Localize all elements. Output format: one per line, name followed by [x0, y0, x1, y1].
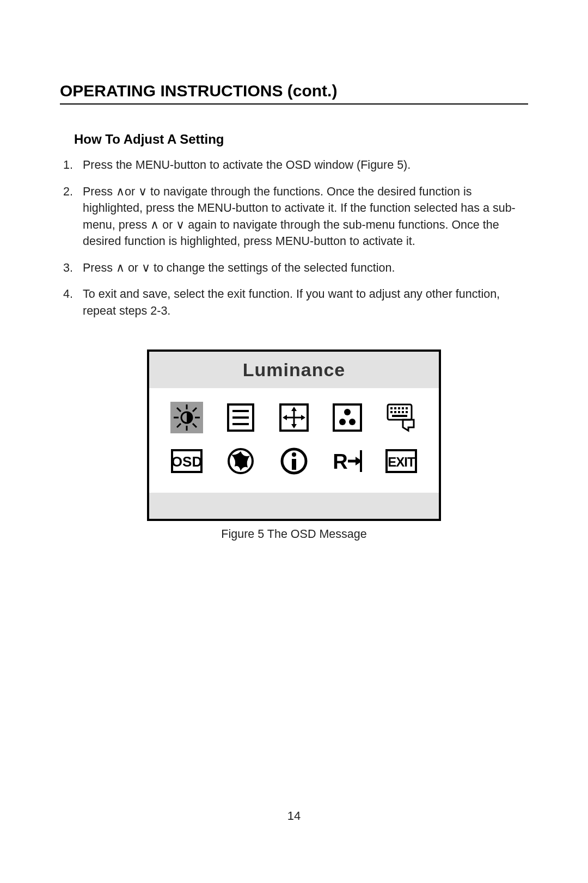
step-number: 1.: [63, 157, 83, 174]
svg-rect-26: [390, 407, 393, 409]
step-number: 2.: [63, 183, 83, 250]
step-number: 3.: [63, 260, 83, 277]
svg-rect-32: [394, 411, 396, 413]
osd-footer-bar: [149, 493, 439, 519]
svg-text:OSD: OSD: [171, 453, 202, 470]
step-item: 3. Press ∧ or ∨ to change the settings o…: [63, 260, 528, 277]
svg-point-24: [349, 419, 356, 425]
osd-icon-grid: OSD: [149, 388, 439, 493]
osd-text-icon: OSD: [170, 445, 204, 477]
step-text: To exit and save, select the exit functi…: [83, 286, 528, 319]
move-icon: [277, 401, 311, 434]
svg-point-23: [339, 419, 346, 425]
svg-point-41: [292, 452, 296, 457]
page-number: 14: [0, 809, 588, 823]
exit-text-icon: EXIT: [384, 445, 418, 477]
svg-rect-36: [392, 415, 407, 417]
figure-container: Luminance: [60, 349, 528, 541]
svg-point-22: [344, 409, 351, 415]
svg-rect-30: [406, 407, 408, 409]
color-dots-icon: [330, 401, 364, 434]
step-item: 2. Press ∧or ∨ to navigate through the f…: [63, 183, 528, 250]
svg-rect-35: [406, 411, 408, 413]
osd-window: Luminance: [147, 349, 441, 521]
svg-rect-33: [398, 411, 400, 413]
luminance-icon: [170, 401, 204, 434]
step-item: 4. To exit and save, select the exit fun…: [63, 286, 528, 319]
keyboard-drop-icon: [384, 401, 418, 434]
info-icon: [277, 445, 311, 477]
svg-rect-31: [390, 411, 393, 413]
osd-title-bar: Luminance: [149, 352, 439, 388]
step-text: Press ∧or ∨ to navigate through the func…: [83, 183, 528, 250]
svg-text:EXIT: EXIT: [388, 455, 415, 469]
step-item: 1. Press the MENU-button to activate the…: [63, 157, 528, 174]
instruction-steps: 1. Press the MENU-button to activate the…: [63, 157, 528, 319]
step-text: Press the MENU-button to activate the OS…: [83, 157, 528, 174]
svg-rect-21: [334, 404, 361, 431]
svg-rect-42: [292, 459, 296, 470]
svg-rect-34: [402, 411, 404, 413]
step-text: Press ∧ or ∨ to change the settings of t…: [83, 260, 528, 277]
page-heading: OPERATING INSTRUCTIONS (cont.): [60, 82, 528, 105]
menu-lines-icon: [224, 401, 258, 434]
osd-title: Luminance: [243, 359, 345, 380]
figure-caption: Figure 5 The OSD Message: [60, 528, 528, 541]
svg-rect-28: [398, 407, 400, 409]
globe-icon: [224, 445, 258, 477]
section-subheading: How To Adjust A Setting: [74, 132, 528, 147]
svg-rect-27: [394, 407, 396, 409]
svg-text:R: R: [333, 450, 348, 473]
svg-rect-29: [402, 407, 404, 409]
reset-icon: R: [330, 445, 364, 477]
step-number: 4.: [63, 286, 83, 319]
